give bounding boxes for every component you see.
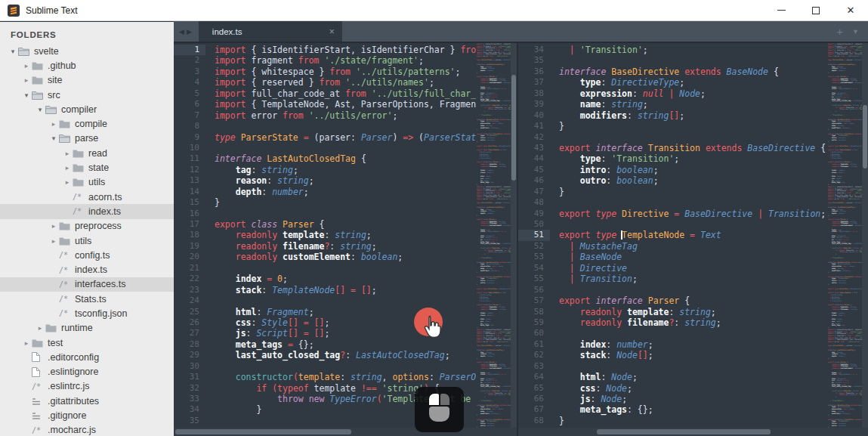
sidebar-item-svelte[interactable]: ▾svelte — [0, 44, 174, 58]
sidebar-item-state[interactable]: ▸state — [0, 160, 174, 175]
code-line[interactable] — [559, 132, 827, 143]
code-line[interactable]: index: number; — [559, 339, 827, 350]
code-line[interactable]: | 'Transition'; — [559, 45, 827, 55]
code-line[interactable]: stack: TemplateNode[] = []; — [215, 285, 476, 295]
maximize-button[interactable] — [798, 0, 833, 20]
sidebar-item-index-ts[interactable]: /*index.ts — [0, 204, 174, 218]
code-line[interactable]: | Directive — [559, 263, 827, 274]
sidebar-item-preprocess[interactable]: ▸preprocess — [0, 219, 174, 233]
sidebar-item-stats-ts[interactable]: /*Stats.ts — [0, 292, 174, 306]
tab-close-icon[interactable]: × — [329, 26, 335, 37]
code-line[interactable]: index = 0; — [215, 274, 476, 284]
code-line[interactable]: interface BaseDirective extends BaseNode… — [559, 66, 827, 77]
code-line[interactable]: constructor(template: string, options: P… — [215, 372, 476, 382]
code-area[interactable]: | 'Transition';interface BaseDirective e… — [559, 43, 827, 428]
sidebar-item-config-ts[interactable]: /*config.ts — [0, 248, 174, 262]
sidebar-item-parse[interactable]: ▾parse — [0, 131, 174, 146]
minimap[interactable]: import { isIdentifierStart, isIdentifier… — [477, 43, 511, 428]
horizontal-scrollbar[interactable] — [518, 428, 868, 436]
code-line[interactable]: import { isIdentifierStart, isIdentifier… — [215, 45, 476, 55]
sidebar-item-read[interactable]: ▸read — [0, 146, 174, 160]
code-line[interactable]: readonly customElement: boolean; — [215, 252, 476, 262]
code-line[interactable]: import { reserved } from '../utils/names… — [215, 77, 476, 88]
code-line[interactable] — [215, 143, 476, 153]
vertical-scrollbar-thumb[interactable] — [511, 75, 516, 181]
code-line[interactable]: } — [559, 121, 827, 131]
code-line[interactable]: readonly template: string; — [215, 230, 476, 240]
code-line[interactable]: export interface Parser { — [559, 295, 827, 306]
sidebar-item-interfaces-ts[interactable]: /*interfaces.ts — [0, 277, 174, 292]
code-line[interactable] — [559, 55, 827, 66]
sidebar-item-eslintignore[interactable]: .eslintignore — [0, 365, 174, 379]
code-line[interactable]: name: string; — [559, 99, 827, 110]
code-line[interactable]: expression: null | Node; — [559, 88, 827, 99]
code-line[interactable] — [559, 285, 827, 295]
sidebar-item-src[interactable]: ▾src — [0, 88, 174, 102]
sidebar-item-tsconfig-json[interactable]: /*tsconfig.json — [0, 306, 174, 320]
code-line[interactable]: } — [559, 187, 827, 197]
tab-nav-forward-icon[interactable]: ▶ — [187, 28, 192, 36]
horizontal-scrollbar[interactable] — [174, 428, 517, 436]
code-line[interactable] — [559, 197, 827, 208]
code-line[interactable]: tag: string; — [215, 165, 476, 175]
code-line[interactable] — [215, 361, 476, 372]
sidebar-item-gitignore[interactable]: .gitignore — [0, 408, 174, 422]
code-line[interactable]: meta_tags: {}; — [559, 404, 827, 415]
vertical-scrollbar[interactable] — [862, 43, 868, 428]
code-line[interactable]: type: 'Transition'; — [559, 153, 827, 164]
code-line[interactable]: readonly template: string; — [559, 307, 827, 317]
code-line[interactable] — [559, 219, 827, 230]
sidebar-item-test[interactable]: ▸test — [0, 336, 174, 350]
vertical-scrollbar-thumb[interactable] — [863, 105, 867, 169]
close-button[interactable]: ✕ — [833, 0, 868, 20]
code-line[interactable]: reason: string; — [215, 175, 476, 186]
code-line[interactable] — [215, 121, 476, 131]
vertical-scrollbar[interactable] — [511, 43, 517, 428]
horizontal-scrollbar-thumb[interactable] — [175, 429, 351, 434]
code-line[interactable]: depth: number; — [215, 187, 476, 197]
sidebar-item-compiler[interactable]: ▾compiler — [0, 102, 174, 116]
code-line[interactable]: modifiers: string[]; — [559, 110, 827, 121]
code-line[interactable]: readonly filename?: string; — [559, 317, 827, 328]
code-line[interactable]: export interface Transition extends Base… — [559, 143, 827, 153]
sidebar-item-mocharc-js[interactable]: /*.mocharc.js — [0, 423, 174, 436]
horizontal-scrollbar-thumb[interactable] — [597, 429, 771, 434]
code-line[interactable]: type ParserState = (parser: Parser) => (… — [215, 132, 476, 143]
code-line[interactable]: export type TemplateNode = Text — [559, 230, 827, 240]
code-line[interactable]: import { whitespace } from '../utils/pat… — [215, 66, 476, 77]
code-line[interactable]: outro: boolean; — [559, 175, 827, 186]
sidebar-item-eslintrc-js[interactable]: /*.eslintrc.js — [0, 379, 174, 394]
code-line[interactable]: import full_char_code_at from '../utils/… — [215, 88, 476, 99]
tab-nav-back-icon[interactable]: ◀ — [179, 28, 184, 36]
code-line[interactable]: last_auto_closed_tag?: LastAutoClosedTag… — [215, 350, 476, 360]
sidebar-item-runtime[interactable]: ▸runtime — [0, 321, 174, 336]
code-line[interactable]: js: Node; — [559, 394, 827, 404]
sidebar-item-site[interactable]: ▸site — [0, 73, 174, 88]
code-line[interactable]: | BaseNode — [559, 252, 827, 262]
code-line[interactable]: export type Directive = BaseDirective | … — [559, 209, 827, 219]
code-line[interactable] — [215, 295, 476, 306]
sidebar-item-gitattributes[interactable]: .gitattributes — [0, 394, 174, 408]
sidebar-item-github[interactable]: ▸.github — [0, 58, 174, 73]
editor-pane-right[interactable]: 3435363738394041424344454647484950515253… — [518, 43, 868, 436]
code-line[interactable]: stack: Node[]; — [559, 350, 827, 360]
code-line[interactable]: } — [559, 416, 827, 426]
code-line[interactable]: css: Node; — [559, 383, 827, 394]
minimize-button[interactable] — [764, 0, 798, 20]
minimap[interactable]: import { isIdentifierStart, isIdentifier… — [828, 43, 862, 428]
code-line[interactable]: html: Node; — [559, 372, 827, 382]
code-area[interactable]: import { isIdentifierStart, isIdentifier… — [215, 43, 476, 428]
sidebar-item-editorconfig[interactable]: .editorconfig — [0, 350, 174, 364]
sidebar-item-utils[interactable]: ▸utils — [0, 233, 174, 248]
sidebar-item-acorn-ts[interactable]: /*acorn.ts — [0, 190, 174, 204]
code-line[interactable]: import fragment from './state/fragment'; — [215, 55, 476, 66]
sidebar-item-utils[interactable]: ▸utils — [0, 175, 174, 190]
code-line[interactable]: | MustacheTag — [559, 241, 827, 252]
sidebar-item-compile[interactable]: ▸compile — [0, 116, 174, 131]
editor-pane-left[interactable]: 1234567891011121314151617181920212223242… — [174, 43, 517, 436]
code-line[interactable]: readonly filename?: string; — [215, 241, 476, 252]
code-line[interactable]: export class Parser { — [215, 219, 476, 230]
tab-overflow-icon[interactable]: ▼ — [852, 28, 859, 36]
code-line[interactable]: type: DirectiveType; — [559, 77, 827, 88]
code-line[interactable]: } — [215, 197, 476, 208]
